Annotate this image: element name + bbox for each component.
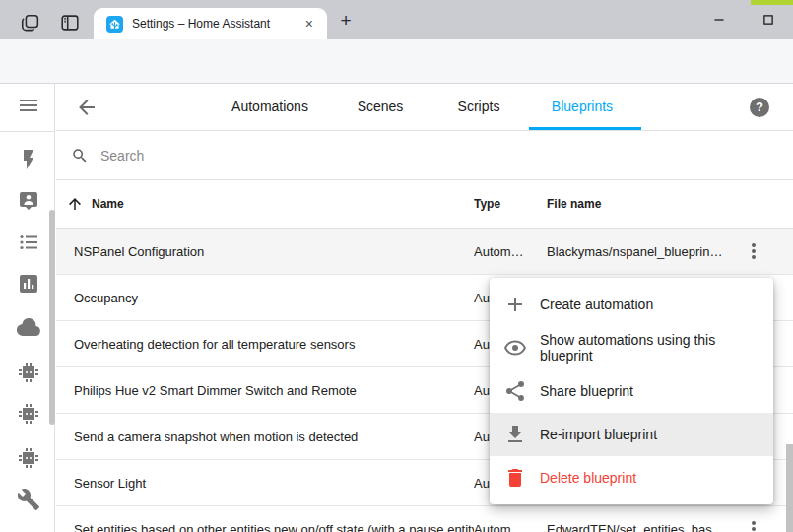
search-icon [71,147,89,165]
tab-actions-menu-icon[interactable] [59,12,81,33]
menu-item-create-automation[interactable]: Create automation [490,283,773,326]
screen: Settings – Home Assistant × + Not secure… [0,0,793,532]
sidebar-history-chart-icon[interactable] [17,272,40,296]
row-overflow-icon[interactable] [742,239,765,263]
sidebar-cloud-icon[interactable] [17,316,40,340]
table-row[interactable]: Set entities based on other entities new… [56,506,793,532]
ha-back-icon[interactable] [75,96,99,119]
browser-toolbar: Not secure homeassistant.local :8123/... [0,39,793,84]
sidebar-chip-icon-3[interactable] [17,446,40,470]
row-name: Set entities based on other entities new… [74,522,474,532]
row-file: Blackymas/nspanel_blueprin… [547,244,734,259]
download-icon [503,423,527,446]
menu-item-label: Create automation [540,297,653,312]
eye-icon [503,336,527,360]
row-name: NSPanel Configuration [74,244,474,259]
browser-tabstrip: Settings – Home Assistant × + [0,0,793,39]
row-name: Send a camera snapshot when motion is de… [74,430,474,444]
menu-item-label: Show automations using this blueprint [540,332,760,364]
browser-tab-title: Settings – Home Assistant [132,17,301,31]
trash-icon [503,466,527,490]
new-tab-icon[interactable]: + [334,9,358,33]
sidebar-todo-list-icon[interactable] [17,231,40,254]
window-maximize-icon[interactable] [753,4,784,35]
table-row[interactable]: NSPanel Configuration Autom… Blackymas/n… [56,229,793,275]
blueprint-context-menu: Create automation Show automations using… [490,278,773,504]
home-assistant-app: Automations Scenes Scripts Blueprints ? [0,84,793,532]
row-name: Philips Hue v2 Smart Dimmer Switch and R… [74,383,474,398]
browser-tab-active[interactable]: Settings – Home Assistant × [94,8,327,39]
menu-item-label: Share blueprint [540,383,633,399]
sidebar-scrollbar[interactable] [49,210,55,425]
sidebar-menu-icon[interactable] [17,94,40,117]
menu-item-label: Delete blueprint [540,470,636,486]
home-assistant-favicon [106,16,123,33]
screen-edge-accent [751,0,793,5]
ha-header: Automations Scenes Scripts Blueprints ? [56,84,793,131]
row-name: Sensor Light [74,476,474,491]
tab-automations[interactable]: Automations [231,84,308,130]
sort-ascending-icon[interactable] [66,195,84,213]
row-file: EdwardTEN/set_entities_bas… [547,522,734,532]
search-bar [56,131,793,180]
menu-item-show-automations[interactable]: Show automations using this blueprint [490,326,773,369]
row-type: Autom… [474,522,547,532]
page-scrollbar[interactable] [786,444,793,532]
menu-item-delete-blueprint[interactable]: Delete blueprint [490,456,773,499]
tab-scenes[interactable]: Scenes [358,84,404,130]
search-input[interactable] [100,148,793,164]
sidebar-chip-icon-2[interactable] [17,402,40,426]
ha-sidebar [0,84,55,532]
table-header: Name Type File name [56,180,793,229]
row-name: Occupancy [74,291,474,305]
column-header-name[interactable]: Name [92,197,124,211]
tab-blueprints[interactable]: Blueprints [552,84,613,130]
sidebar-chip-icon-1[interactable] [17,361,40,384]
row-overflow-icon[interactable] [742,517,765,532]
share-icon [503,379,527,403]
sidebar-developer-tools-icon[interactable] [17,488,40,511]
column-header-file[interactable]: File name [547,197,734,211]
workspaces-icon[interactable] [20,12,41,33]
menu-item-reimport-blueprint[interactable]: Re-import blueprint [490,413,773,456]
menu-item-share-blueprint[interactable]: Share blueprint [490,369,773,413]
row-type: Autom… [474,244,547,259]
column-header-type[interactable]: Type [474,197,547,211]
window-minimize-icon[interactable] [703,4,735,35]
sidebar-energy-icon[interactable] [17,148,40,171]
sidebar-assist-icon[interactable] [17,189,40,213]
active-tab-underline [529,127,641,130]
close-tab-icon[interactable]: × [301,17,317,31]
sidebar-divider [0,131,55,132]
row-name: Overheating detection for all temperatur… [74,337,474,352]
menu-item-label: Re-import blueprint [540,427,657,442]
help-icon[interactable]: ? [750,98,769,117]
tab-scripts[interactable]: Scripts [458,84,500,130]
plus-icon [503,293,527,316]
